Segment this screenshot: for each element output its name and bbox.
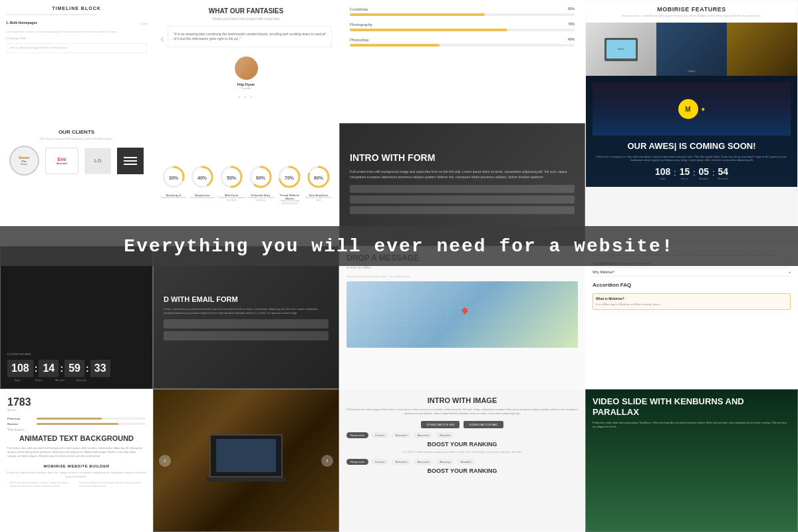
- boost-section: Responsive Creative Animated Awesome Bea…: [346, 432, 578, 474]
- skill-photoshop-bar: [37, 418, 146, 420]
- email-form-text: e form. Just enter your name and email t…: [164, 307, 329, 315]
- prev-arrow[interactable]: ‹: [160, 32, 164, 46]
- prev-btn[interactable]: ‹: [159, 455, 171, 467]
- skill-photoshop-name: Photoshop: [7, 417, 34, 420]
- boost-tab-responsive[interactable]: Responsive: [346, 432, 368, 438]
- person-title: Founder: [160, 86, 332, 90]
- timeline-date2: 2 February 2018: [6, 37, 147, 40]
- video-slide-title: VIDEO SLIDE WITH KENBURNS AND PARALLAX: [593, 396, 791, 417]
- circle-svg-3: 60%: [248, 164, 273, 190]
- accordion-expand-2[interactable]: +: [789, 270, 791, 274]
- circle-item-5: 80% Host Anywhere Don't limit yourself i…: [305, 164, 332, 205]
- quote-text: "It is an amazing idea combining the tes…: [168, 26, 332, 47]
- circle-item-2: 50% Web Fonts Google has a highly exhaus…: [217, 164, 245, 205]
- circle-item-3: 60% Unlimited Sites License gives you th…: [247, 164, 275, 205]
- countdown-numbers: 108 : 14 : 59 : 33: [7, 360, 146, 377]
- laptop-overlay: [154, 390, 338, 531]
- coffee-screen: [727, 23, 797, 76]
- intro-form-text: Full-screen intro with background image …: [350, 169, 575, 180]
- intro-image-title: INTRO WITH IMAGE: [346, 396, 578, 404]
- coming-soon-countdown: 108 Days : 15 Hours : 05 Minutes: [593, 166, 791, 180]
- client-logo-lg: LG: [84, 148, 111, 174]
- cs-hours-group: 15 Hours: [680, 166, 690, 180]
- skill-row-photoshop: Photoshop: [7, 417, 146, 420]
- map-placeholder: [346, 281, 578, 348]
- boost-tab-awesome[interactable]: Awesome: [414, 432, 434, 438]
- next-btn[interactable]: ›: [321, 455, 333, 467]
- boost-title: BOOST YOUR RANKING: [346, 441, 578, 448]
- accordion-title: Accordion FAQ: [593, 282, 791, 288]
- animated-text-body: Full-screen intro with animated text bac…: [7, 446, 146, 459]
- email-field-2[interactable]: [164, 331, 329, 340]
- mac-screen: Screen: [586, 23, 656, 76]
- laptop-screen-content: [216, 439, 276, 472]
- animated-text-title: ANIMATED TEXT BACKGROUND: [7, 434, 146, 442]
- intro-form-title: INTRO WITH FORM: [350, 152, 575, 164]
- thumbnail-mobirise-features: MOBIRISE FEATURES Same as above - probab…: [585, 0, 798, 246]
- svg-text:50%: 50%: [227, 176, 237, 180]
- intro-form-fields: [350, 185, 575, 217]
- circle-desc-2: Google has a highly exhaustive list of f…: [217, 197, 245, 201]
- boost-tab-creative[interactable]: Creative: [371, 432, 389, 438]
- skill-name-2: Photoshop: [350, 38, 575, 42]
- cs-minutes-group: 05 Minutes: [699, 166, 710, 180]
- cs-seconds-label: Seconds: [718, 177, 728, 180]
- overlay-text: Everything you will ever need for a webs…: [124, 236, 674, 257]
- mobirise-builder-cols: Donec nec piacerat porttitor ut moles, I…: [5, 481, 148, 488]
- boost-tab2-amazing[interactable]: Amazing: [436, 459, 454, 465]
- boost-tab2-beautiful[interactable]: Beautiful: [457, 459, 475, 465]
- skill-item-1: Photography 70%: [350, 23, 575, 31]
- clients-logos-row: Dream Pix Design Emi Account LG: [6, 146, 147, 176]
- circle-desc-1: One of Bootstrap's big points: [188, 197, 216, 200]
- form-field-3[interactable]: [350, 206, 575, 214]
- thumbnail-countdown: COUNTDOWN 108 : 14 : 59 : 33 Days Hours …: [0, 246, 153, 389]
- boost-tab2-animated[interactable]: Animated: [392, 459, 411, 465]
- circle-item-4: 70% Trendy Website Blocks Choose from th…: [275, 164, 303, 205]
- stat-group: 1783 Mobiles: [7, 396, 31, 412]
- download-win-btn[interactable]: DOWNLOAD FOR WIN: [421, 421, 460, 428]
- cd-unit-days: Days: [7, 378, 27, 382]
- accordion-open-item[interactable]: What is Mobirise? Is an offline app for …: [593, 293, 791, 310]
- clients-title: OUR CLIENTS: [6, 129, 147, 135]
- laptop-base: [206, 477, 286, 481]
- form-field-2[interactable]: [350, 196, 575, 203]
- download-mac-btn[interactable]: DOWNLOAD FOR MAC: [464, 421, 503, 428]
- svg-text:60%: 60%: [256, 176, 266, 180]
- cd-hours: 14: [39, 360, 59, 377]
- skill-bar-bg-1: 70%: [350, 29, 575, 31]
- form-field-1[interactable]: [350, 185, 575, 193]
- timeline-lorem: Lorem ipsum dolor sit amet, consectetur …: [6, 13, 147, 17]
- circle-desc-3: License gives you the freedom to develop: [247, 197, 275, 201]
- email-field-1[interactable]: [164, 319, 329, 329]
- video-slide-text: Fullscreen video slide with outstanding …: [593, 421, 791, 429]
- fantasies-subtitle: Shape your future web project with sharp…: [160, 17, 332, 21]
- stat-num: 1783: [7, 396, 31, 408]
- client-logo-emi: Emi Account: [45, 148, 78, 174]
- accordion-q-why[interactable]: Why Mobirise? +: [593, 268, 791, 277]
- coming-soon-title: OUR AWES| IS COMING SOON!: [593, 141, 791, 152]
- boost-tab2-responsive[interactable]: Responsive: [346, 459, 368, 465]
- cs-days-group: 108 Days: [655, 166, 670, 180]
- thumbnail-email-form: D WITH EMAIL FORM e form. Just enter you…: [153, 246, 339, 389]
- cs-days: 108: [655, 166, 670, 177]
- cd-unit-seconds: Seconds: [71, 378, 91, 382]
- timeline-entry-text: Justo at, ullamcorper feugiat elit. Proi…: [9, 47, 144, 50]
- cs-hours: 15: [680, 166, 690, 177]
- thumbnail-video-slide: VIDEO SLIDE WITH KENBURNS AND PARALLAX F…: [585, 389, 798, 532]
- carousel-dots[interactable]: • • •: [160, 94, 332, 100]
- timeline-entry: Justo at, ullamcorper feugiat elit. Proi…: [6, 43, 147, 53]
- features-title: MOBIRISE FEATURES: [591, 6, 792, 13]
- boost-tab-animated[interactable]: Animated: [392, 432, 411, 438]
- accordion-a1: Is an offline app for Windows and Mac to…: [596, 303, 787, 307]
- mosaic-container: TIMELINE BLOCK Lorem ipsum dolor sit ame…: [0, 0, 798, 532]
- skill-bar-bg-2: 40%: [350, 44, 575, 47]
- accordion-q1: What is Mobirise?: [596, 297, 787, 301]
- boost-tab2-awesome[interactable]: Awesome: [414, 459, 434, 465]
- drop-msg-sub2: There are more to write from Here - No p…: [346, 275, 578, 278]
- thumbnail-fantasies: WHAT OUR FANTASIES Shape your future web…: [153, 0, 339, 123]
- cd-seconds: 33: [90, 360, 110, 377]
- boost-tab-beautiful[interactable]: Beautiful: [436, 432, 454, 438]
- circle-svg-5: 80%: [306, 164, 331, 190]
- cd-sep2: :: [60, 363, 63, 374]
- boost-tab2-creative[interactable]: Creative: [371, 459, 389, 465]
